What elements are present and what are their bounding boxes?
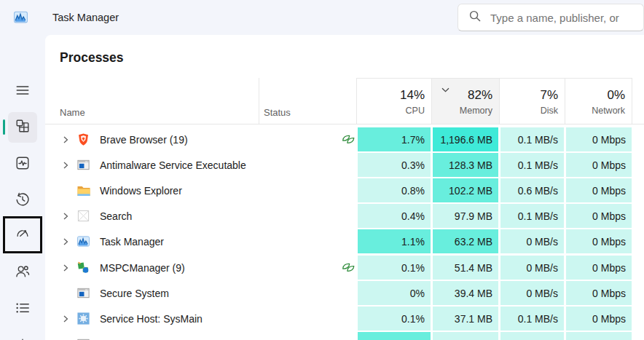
network-value-cell[interactable]: 0 Mbps [566,204,632,229]
network-value-cell[interactable]: 0 Mbps [566,178,632,203]
column-header-name[interactable]: Name [60,107,85,118]
cpu-value-cell[interactable]: 0.4% [358,204,431,229]
process-rows: Brave Browser (19)1.7%1,196.6 MB0.1 MB/s… [45,124,644,340]
disk-value-cell[interactable]: 0 MB/s [500,256,564,280]
disk-value-cell[interactable] [500,332,564,340]
sidebar-item-users[interactable] [0,255,45,291]
search-placeholder: Type a name, publisher, or [490,12,619,24]
disk-value-cell[interactable]: 0.1 MB/s [500,127,564,152]
processes-icon [15,118,31,137]
memory-value-cell[interactable]: 39.4 MB [433,281,498,306]
cpu-value-cell[interactable]: 0.8% [358,178,431,203]
table-row[interactable]: Antimalware Service Executable0.3%128.3 … [45,152,644,178]
process-name: Service Host: SysMain [100,306,203,331]
disk-total-percent: 7% [500,88,558,103]
table-row[interactable]: Windows Explorer0.8%102.2 MB0.6 MB/s0 Mb… [45,178,644,203]
sidebar [0,35,45,340]
sidebar-item-services[interactable] [0,328,45,340]
taskmgr-icon [76,234,91,249]
table-row[interactable]: Secure System0%39.4 MB0 MB/s0 Mbps [45,280,644,306]
column-header-disk[interactable]: 7% Disk [499,78,565,124]
column-header-network[interactable]: 0% Network [565,78,632,124]
cpu-value-cell[interactable]: 0% [358,281,431,306]
network-value-cell[interactable] [566,332,632,340]
table-row[interactable]: MSPCManager (9)0.1%51.4 MB0 MB/s0 Mbps [45,255,644,280]
memory-value-cell[interactable]: 102.2 MB [433,178,498,203]
cpu-value-cell[interactable]: 1.1% [358,229,431,254]
menu-toggle-button[interactable] [0,74,45,110]
column-header-status[interactable]: Status [264,107,291,118]
table-row[interactable]: Brave Browser (19)1.7%1,196.6 MB0.1 MB/s… [45,127,644,152]
efficiency-mode-leaf-icon [342,133,356,149]
cpu-value-cell[interactable]: 0.3% [358,153,431,178]
network-value-cell[interactable]: 0 Mbps [566,256,632,280]
column-header-memory[interactable]: 82% Memory [431,78,499,124]
efficiency-mode-leaf-icon [342,261,356,277]
task-manager-window: Task Manager Type a name, publisher, or [0,0,644,340]
network-value-cell[interactable]: 0 Mbps [566,307,632,331]
search-app-icon [76,209,91,224]
users-icon [15,264,31,282]
memory-value-cell[interactable]: 97.9 MB [433,204,498,229]
network-value-cell[interactable]: 0 Mbps [566,153,632,178]
window-icon [76,286,91,301]
table-row[interactable]: Search0.4%97.9 MB0.1 MB/s0 Mbps [45,204,644,229]
network-total-percent: 0% [565,88,625,103]
expand-chevron-icon[interactable] [63,306,69,331]
sidebar-item-app-history[interactable] [0,183,45,219]
column-divider [259,78,259,124]
list-icon [15,300,31,319]
hamburger-icon [15,82,31,101]
content-panel: Processes Name Status 14% CPU 82% Memory… [45,35,644,340]
table-row[interactable]: Task Manager1.1%63.2 MB0 MB/s0 Mbps [45,229,644,255]
disk-value-cell[interactable]: 0.1 MB/s [500,204,564,229]
expand-chevron-icon[interactable] [63,255,69,280]
network-value-cell[interactable]: 0 Mbps [566,281,632,306]
table-row[interactable]: Service Host: SysMain0.1%37.1 MB0.1 MB/s… [45,306,644,331]
cpu-value-cell[interactable] [358,332,431,340]
window-title: Task Manager [52,0,119,35]
sidebar-item-processes[interactable] [0,109,45,146]
process-name: Antimalware Service Executable [100,152,246,178]
highlight-annotation-box [3,216,42,253]
network-value-cell[interactable]: 0 Mbps [566,127,632,152]
cpu-value-cell[interactable]: 1.7% [358,127,431,152]
expand-chevron-icon[interactable] [63,152,69,178]
memory-value-cell[interactable]: 51.4 MB [433,256,498,280]
search-input[interactable]: Type a name, publisher, or [458,4,644,31]
network-value-cell[interactable]: 0 Mbps [566,229,632,254]
memory-value-cell[interactable]: 128.3 MB [433,153,498,178]
disk-value-cell[interactable]: 0.1 MB/s [500,307,564,331]
process-name: Task Manager [100,229,164,255]
expand-chevron-icon[interactable] [63,127,69,152]
brave-icon [76,133,91,147]
cpu-value-cell[interactable]: 0.1% [358,256,431,280]
disk-value-cell[interactable]: 0 MB/s [500,229,564,254]
memory-value-cell[interactable]: 37.1 MB [433,307,498,331]
memory-value-cell[interactable] [433,332,498,340]
column-header-cpu[interactable]: 14% CPU [356,78,431,124]
table-row[interactable] [45,332,644,340]
process-name: Brave Browser (19) [100,127,188,152]
mspc-icon [76,261,91,275]
page-title: Processes [60,50,124,66]
performance-icon [15,155,31,174]
disk-value-cell[interactable]: 0.1 MB/s [500,153,564,178]
memory-value-cell[interactable]: 1,196.6 MB [433,127,498,152]
sidebar-item-performance[interactable] [0,146,45,183]
memory-value-cell[interactable]: 63.2 MB [433,229,498,254]
task-manager-logo-icon [13,9,28,25]
window-icon [76,337,91,340]
gear-blue-icon [76,312,91,326]
sidebar-item-details[interactable] [0,291,45,328]
cpu-value-cell[interactable]: 0.1% [358,307,431,331]
expand-chevron-icon[interactable] [63,229,69,255]
window-icon [76,158,91,173]
search-icon [469,10,481,25]
disk-value-cell[interactable]: 0 MB/s [500,281,564,306]
history-icon [15,191,31,210]
expand-chevron-icon[interactable] [63,204,69,229]
process-name: Search [100,204,132,229]
sort-descending-chevron-icon [441,82,449,95]
disk-value-cell[interactable]: 0.6 MB/s [500,178,564,203]
